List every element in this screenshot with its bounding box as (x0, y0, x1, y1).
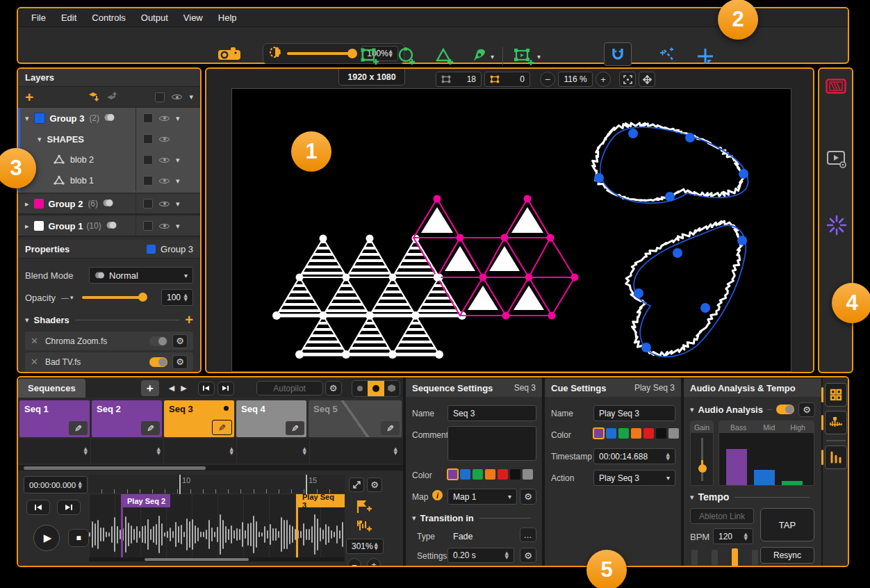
effects-starburst-icon[interactable] (826, 215, 847, 238)
shader-row-badtv[interactable]: ✕ Bad TV.fs (25, 352, 193, 371)
sequences-scrollbar[interactable] (18, 465, 403, 471)
row-checkbox[interactable] (143, 155, 153, 165)
sequence-name-input[interactable]: Seq 3 (448, 405, 536, 421)
test-pattern-icon[interactable] (826, 79, 846, 97)
transition-settings-button[interactable] (520, 548, 536, 563)
view-audio-button[interactable] (825, 446, 847, 469)
bpm-stepper[interactable] (744, 532, 748, 541)
timeline-settings-button[interactable] (367, 477, 382, 492)
timecode-stepper[interactable] (79, 481, 82, 489)
layer-row-group2[interactable]: Group 2 (6) (18, 194, 200, 215)
brightness-slider-knob[interactable] (347, 49, 357, 58)
row-eye-icon[interactable] (159, 199, 170, 209)
color-swatch-red[interactable] (643, 428, 654, 439)
timeline-zoom-out-button[interactable]: − (347, 558, 361, 567)
transition-expand-icon[interactable] (412, 514, 416, 523)
menu-file[interactable]: File (24, 13, 54, 23)
menu-controls[interactable]: Controls (84, 13, 133, 23)
group3-color-swatch[interactable] (34, 113, 45, 124)
timeline-expand-button[interactable] (349, 477, 364, 492)
shaders-section-header[interactable]: Shaders + (25, 312, 193, 327)
sequence-card-seq2[interactable]: Seq 2 (92, 400, 162, 437)
zoom-in-button[interactable]: + (596, 72, 611, 87)
group2-color-swatch[interactable] (34, 199, 44, 209)
opacity-stepper[interactable] (184, 293, 188, 302)
gain-slider-track[interactable] (701, 438, 703, 481)
audio-analysis-section[interactable]: Audio Analysis (690, 402, 815, 416)
transition-duration-stepper[interactable] (505, 551, 509, 560)
timestamp-field[interactable]: 00:00:14.688 (593, 448, 675, 464)
timeline-track[interactable]: Play Seq 2 Play Seq 3 (89, 494, 345, 562)
transition-in-section[interactable]: Transition in (412, 511, 536, 525)
playmode-dot-button[interactable] (352, 381, 368, 396)
cue-name-input[interactable]: Play Seq 3 (593, 405, 675, 421)
color-swatch-orange[interactable] (485, 469, 495, 480)
row-eye-icon[interactable] (159, 177, 170, 186)
action-select[interactable]: Play Seq 3 (593, 470, 675, 486)
resync-button[interactable]: Resync (760, 547, 814, 564)
timeline-scrollbar[interactable] (89, 557, 345, 562)
autopilot-settings-button[interactable] (325, 381, 342, 395)
add-audio-track-icon[interactable] (356, 519, 372, 536)
color-swatch-blue[interactable] (460, 469, 470, 480)
sequences-scrollbar-thumb[interactable] (24, 466, 206, 470)
cue-flag-playseq3[interactable]: Play Seq 3 (297, 494, 345, 507)
edit-sequence-button[interactable] (141, 421, 160, 435)
map-select[interactable]: Map 1 (448, 489, 517, 505)
color-swatch-purple-selected[interactable] (593, 428, 604, 439)
play-button[interactable]: ▶ (33, 525, 60, 551)
timeline-go-end-button[interactable] (57, 500, 81, 515)
color-swatch-green[interactable] (618, 428, 629, 439)
timeline-zoom-field[interactable]: 301% (346, 539, 384, 554)
layer-row-group3[interactable]: Group 3 (2) (20, 108, 200, 129)
duration-stepper[interactable] (84, 447, 88, 455)
row-chevron-icon[interactable] (176, 177, 180, 186)
pen-tool[interactable] (471, 47, 494, 65)
comment-textarea[interactable] (448, 426, 536, 461)
fit-view-button[interactable] (619, 72, 636, 87)
add-quad-tool[interactable] (360, 47, 379, 68)
color-swatch-purple-selected[interactable] (448, 469, 458, 480)
group1-color-swatch[interactable] (34, 221, 44, 231)
shader-toggle-on[interactable] (149, 357, 167, 367)
timecode-field[interactable]: 00:00:00.000 (24, 476, 88, 493)
row-eye-icon[interactable] (159, 135, 170, 144)
row-eye-icon[interactable] (159, 222, 170, 231)
color-swatch-gray[interactable] (523, 469, 533, 480)
row-chevron-icon[interactable] (176, 156, 180, 165)
prev-sequence-icon[interactable]: ◀ (169, 384, 174, 393)
opacity-value-field[interactable]: 100 (161, 289, 193, 306)
edit-sequence-button[interactable] (212, 420, 232, 435)
layer-row-blob1[interactable]: blob 1 (20, 170, 200, 191)
color-swatch-green[interactable] (473, 469, 483, 480)
sequence-card-seq1[interactable]: Seq 1 (19, 400, 90, 437)
shader-toggle-off[interactable] (149, 336, 167, 346)
duration-stepper[interactable] (303, 447, 306, 455)
row-chevron-icon[interactable] (176, 114, 180, 123)
ableton-link-button[interactable]: Ableton Link (690, 508, 754, 524)
playmode-hex-active-button[interactable] (368, 381, 384, 396)
sequence-card-seq4[interactable]: Seq 4 (236, 400, 306, 437)
view-timeline-button[interactable] (825, 411, 847, 434)
remove-shader-icon[interactable]: ✕ (31, 357, 38, 367)
timeline-scrollbar-thumb[interactable] (145, 558, 249, 561)
edit-sequence-button[interactable] (381, 421, 400, 435)
row-checkbox[interactable] (143, 221, 153, 231)
cue-flag-playseq2[interactable]: Play Seq 2 (122, 494, 170, 507)
tap-button[interactable]: TAP (760, 508, 814, 541)
last-sequence-button[interactable] (218, 382, 234, 395)
add-group-tool[interactable] (513, 47, 541, 65)
group3-expand-icon[interactable] (25, 114, 29, 123)
color-swatch-blue[interactable] (606, 428, 616, 439)
opacity-slider[interactable] (82, 296, 146, 299)
sequences-tab[interactable]: Sequences (18, 379, 85, 398)
add-triangle-tool[interactable] (435, 47, 454, 68)
shader-settings-button[interactable] (172, 334, 188, 348)
shader-settings-button[interactable] (172, 355, 188, 369)
blend-mode-select[interactable]: Normal (89, 267, 193, 284)
row-eye-icon[interactable] (159, 114, 170, 123)
transition-duration-field[interactable]: 0.20 s (448, 548, 514, 563)
shaders-expand-icon[interactable] (25, 316, 29, 325)
tempo-expand-icon[interactable] (690, 493, 694, 502)
color-swatch-red[interactable] (498, 469, 508, 480)
